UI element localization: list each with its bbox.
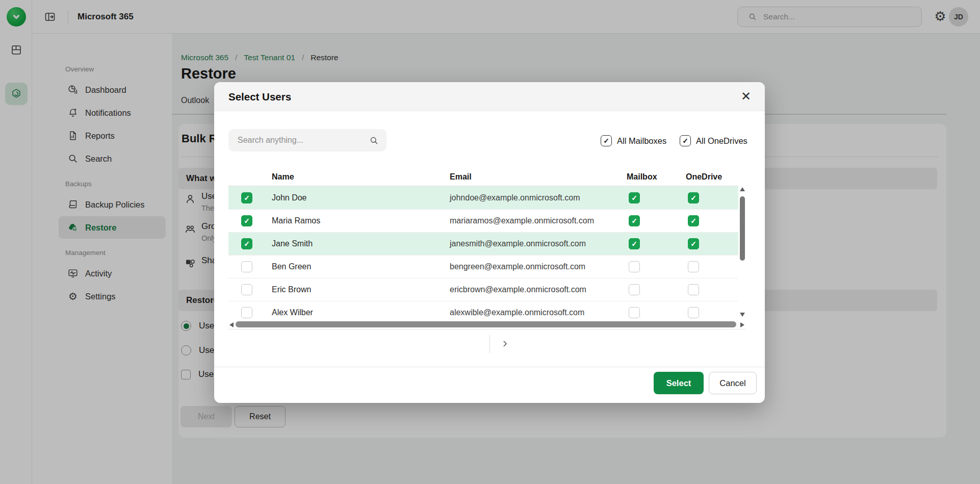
all-onedrives-checkbox[interactable] <box>680 135 691 146</box>
row-select-checkbox[interactable] <box>241 192 252 203</box>
table-header: Name Email Mailbox OneDrive <box>228 168 738 186</box>
app-window: Microsoft 365 ⚙ JD Overview Dashboard No… <box>0 0 980 484</box>
user-table: John Doe johndoe@example.onmicrosoft.com… <box>228 186 738 322</box>
onedrive-checkbox[interactable] <box>688 284 699 295</box>
onedrive-checkbox[interactable] <box>688 192 699 203</box>
vertical-scrollbar-thumb[interactable] <box>740 196 745 261</box>
column-name: Name <box>272 172 450 182</box>
scroll-right-icon[interactable] <box>740 322 744 327</box>
pagination-divider <box>489 335 490 353</box>
user-email: janesmith@example.onmicrosoft.com <box>450 239 627 248</box>
all-mailboxes-checkbox[interactable] <box>601 135 612 146</box>
row-select-checkbox[interactable] <box>241 215 252 226</box>
pagination-next-button[interactable] <box>496 335 514 353</box>
all-mailboxes-filter[interactable]: All Mailboxes <box>601 135 666 146</box>
scroll-left-icon[interactable] <box>229 322 234 327</box>
cancel-button[interactable]: Cancel <box>709 372 757 394</box>
mailbox-checkbox[interactable] <box>629 192 640 203</box>
select-button[interactable]: Select <box>654 372 704 394</box>
column-onedrive: OneDrive <box>686 172 738 182</box>
table-row[interactable]: Ben Green bengreen@example.onmicrosoft.c… <box>228 255 738 278</box>
onedrive-checkbox[interactable] <box>688 307 699 318</box>
row-select-checkbox[interactable] <box>241 238 252 249</box>
table-row[interactable]: John Doe johndoe@example.onmicrosoft.com <box>228 186 738 209</box>
user-name: Jane Smith <box>272 239 450 248</box>
table-row[interactable]: Alex Wilber alexwible@example.onmicrosof… <box>228 301 738 322</box>
horizontal-scrollbar[interactable] <box>228 320 745 329</box>
user-name: Maria Ramos <box>272 216 450 225</box>
dialog-header: Select Users ✕ <box>214 82 765 111</box>
table-row[interactable]: Maria Ramos mariaramos@example.onmicroso… <box>228 209 738 232</box>
horizontal-scrollbar-thumb[interactable] <box>236 321 736 327</box>
mailbox-checkbox[interactable] <box>629 215 640 226</box>
dialog-search[interactable] <box>228 129 386 151</box>
mailbox-checkbox[interactable] <box>629 261 640 272</box>
column-email: Email <box>450 172 627 182</box>
user-name: Eric Brown <box>272 285 450 294</box>
search-icon <box>369 136 379 145</box>
close-icon[interactable]: ✕ <box>739 90 753 103</box>
onedrive-checkbox[interactable] <box>688 261 699 272</box>
footer-divider <box>214 367 765 367</box>
user-email: alexwible@example.onmicrosoft.com <box>450 308 627 317</box>
scroll-up-icon[interactable] <box>740 187 745 191</box>
dialog-title: Select Users <box>228 82 291 111</box>
row-select-checkbox[interactable] <box>241 284 252 295</box>
dialog-search-input[interactable] <box>228 129 386 151</box>
user-email: johndoe@example.onmicrosoft.com <box>450 193 627 202</box>
user-name: John Doe <box>272 193 450 202</box>
mailbox-checkbox[interactable] <box>629 307 640 318</box>
select-users-dialog: Select Users ✕ All Mailboxes All OneDriv… <box>214 82 765 403</box>
user-name: Alex Wilber <box>272 308 450 317</box>
column-mailbox: Mailbox <box>627 172 686 182</box>
table-row[interactable]: Eric Brown ericbrown@example.onmicrosoft… <box>228 278 738 301</box>
user-email: mariaramos@example.onmicrosoft.com <box>450 216 627 225</box>
chevron-right-icon <box>500 339 509 348</box>
onedrive-checkbox[interactable] <box>688 215 699 226</box>
scroll-down-icon[interactable] <box>740 313 745 317</box>
user-email: bengreen@example.onmicrosoft.com <box>450 262 627 271</box>
user-email: ericbrown@example.onmicrosoft.com <box>450 285 627 294</box>
onedrive-checkbox[interactable] <box>688 238 699 249</box>
vertical-scrollbar[interactable] <box>739 186 745 322</box>
user-name: Ben Green <box>272 262 450 271</box>
row-select-checkbox[interactable] <box>241 307 252 318</box>
mailbox-checkbox[interactable] <box>629 238 640 249</box>
table-row[interactable]: Jane Smith janesmith@example.onmicrosoft… <box>228 232 738 255</box>
row-select-checkbox[interactable] <box>241 261 252 272</box>
mailbox-checkbox[interactable] <box>629 284 640 295</box>
all-onedrives-filter[interactable]: All OneDrives <box>680 135 747 146</box>
